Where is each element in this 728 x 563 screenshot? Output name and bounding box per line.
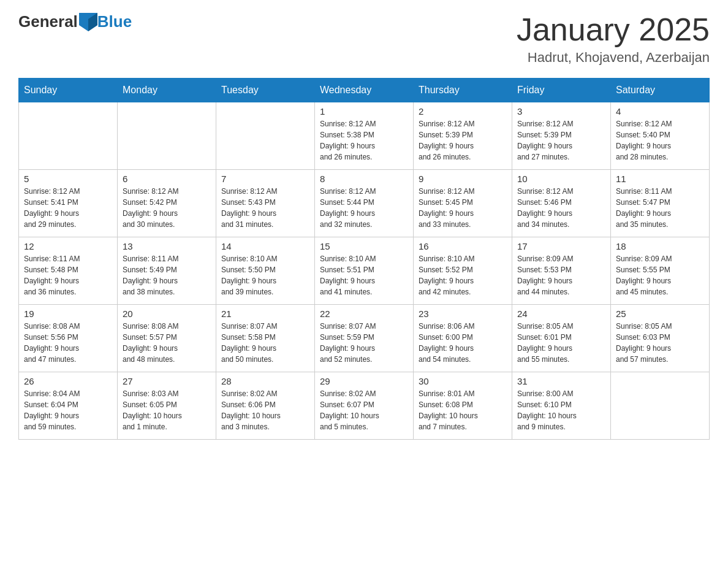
calendar-cell [118, 102, 216, 170]
calendar-title: January 2025 [517, 12, 710, 47]
calendar-cell: 6Sunrise: 8:12 AMSunset: 5:42 PMDaylight… [118, 170, 216, 237]
day-info: Sunrise: 8:09 AMSunset: 5:55 PMDaylight:… [616, 253, 704, 297]
calendar-cell: 5Sunrise: 8:12 AMSunset: 5:41 PMDaylight… [19, 170, 118, 237]
day-info: Sunrise: 8:12 AMSunset: 5:41 PMDaylight:… [24, 186, 112, 230]
day-number: 20 [123, 308, 211, 319]
calendar-cell: 21Sunrise: 8:07 AMSunset: 5:58 PMDayligh… [216, 305, 315, 372]
weekday-header-thursday: Thursday [414, 79, 512, 102]
day-info: Sunrise: 8:08 AMSunset: 5:56 PMDaylight:… [24, 321, 112, 365]
calendar-header-row: SundayMondayTuesdayWednesdayThursdayFrid… [19, 79, 710, 102]
calendar-cell: 15Sunrise: 8:10 AMSunset: 5:51 PMDayligh… [315, 237, 414, 305]
day-number: 24 [517, 308, 605, 319]
day-number: 4 [616, 106, 704, 117]
day-info: Sunrise: 8:06 AMSunset: 6:00 PMDaylight:… [419, 321, 507, 365]
calendar-cell [19, 102, 118, 170]
calendar-week-5: 26Sunrise: 8:04 AMSunset: 6:04 PMDayligh… [19, 372, 710, 440]
day-number: 1 [320, 106, 408, 117]
day-number: 25 [616, 308, 704, 319]
title-area: January 2025 Hadrut, Khojavend, Azerbaij… [517, 12, 710, 66]
weekday-header-tuesday: Tuesday [216, 79, 315, 102]
day-info: Sunrise: 8:12 AMSunset: 5:44 PMDaylight:… [320, 186, 408, 230]
logo-blue: Blue [97, 12, 132, 31]
day-info: Sunrise: 8:01 AMSunset: 6:08 PMDaylight:… [419, 388, 507, 432]
day-number: 14 [221, 241, 309, 251]
day-info: Sunrise: 8:02 AMSunset: 6:07 PMDaylight:… [320, 388, 408, 432]
day-info: Sunrise: 8:05 AMSunset: 6:03 PMDaylight:… [616, 321, 704, 365]
calendar-cell: 14Sunrise: 8:10 AMSunset: 5:50 PMDayligh… [216, 237, 315, 305]
day-number: 31 [517, 376, 605, 386]
calendar-week-2: 5Sunrise: 8:12 AMSunset: 5:41 PMDaylight… [19, 170, 710, 237]
calendar-subtitle: Hadrut, Khojavend, Azerbaijan [517, 50, 710, 66]
calendar-cell: 24Sunrise: 8:05 AMSunset: 6:01 PMDayligh… [512, 305, 611, 372]
weekday-header-saturday: Saturday [611, 79, 710, 102]
calendar-cell: 10Sunrise: 8:12 AMSunset: 5:46 PMDayligh… [512, 170, 611, 237]
day-info: Sunrise: 8:11 AMSunset: 5:48 PMDaylight:… [24, 253, 112, 297]
day-number: 10 [517, 174, 605, 184]
page-header: General Blue January 2025 Hadrut, Khojav… [18, 12, 710, 66]
day-info: Sunrise: 8:08 AMSunset: 5:57 PMDaylight:… [123, 321, 211, 365]
day-number: 22 [320, 308, 408, 319]
calendar-cell: 3Sunrise: 8:12 AMSunset: 5:39 PMDaylight… [512, 102, 611, 170]
day-number: 8 [320, 174, 408, 184]
weekday-header-wednesday: Wednesday [315, 79, 414, 102]
calendar-cell: 18Sunrise: 8:09 AMSunset: 5:55 PMDayligh… [611, 237, 710, 305]
day-info: Sunrise: 8:10 AMSunset: 5:52 PMDaylight:… [419, 253, 507, 297]
day-info: Sunrise: 8:09 AMSunset: 5:53 PMDaylight:… [517, 253, 605, 297]
day-number: 13 [123, 241, 211, 251]
day-info: Sunrise: 8:12 AMSunset: 5:38 PMDaylight:… [320, 118, 408, 163]
day-number: 21 [221, 308, 309, 319]
calendar-cell [216, 102, 315, 170]
day-number: 17 [517, 241, 605, 251]
calendar-table: SundayMondayTuesdayWednesdayThursdayFrid… [18, 78, 710, 440]
weekday-header-friday: Friday [512, 79, 611, 102]
day-number: 30 [419, 376, 507, 386]
day-info: Sunrise: 8:11 AMSunset: 5:47 PMDaylight:… [616, 186, 704, 230]
day-info: Sunrise: 8:02 AMSunset: 6:06 PMDaylight:… [221, 388, 309, 432]
day-number: 27 [123, 376, 211, 386]
calendar-cell [611, 372, 710, 440]
day-number: 29 [320, 376, 408, 386]
day-info: Sunrise: 8:05 AMSunset: 6:01 PMDaylight:… [517, 321, 605, 365]
calendar-cell: 22Sunrise: 8:07 AMSunset: 5:59 PMDayligh… [315, 305, 414, 372]
calendar-cell: 7Sunrise: 8:12 AMSunset: 5:43 PMDaylight… [216, 170, 315, 237]
logo: General Blue [18, 12, 132, 31]
day-number: 9 [419, 174, 507, 184]
calendar-cell: 27Sunrise: 8:03 AMSunset: 6:05 PMDayligh… [118, 372, 216, 440]
day-number: 26 [24, 376, 112, 386]
logo-general: General [18, 12, 78, 31]
day-info: Sunrise: 8:04 AMSunset: 6:04 PMDaylight:… [24, 388, 112, 432]
day-number: 15 [320, 241, 408, 251]
calendar-cell: 11Sunrise: 8:11 AMSunset: 5:47 PMDayligh… [611, 170, 710, 237]
calendar-cell: 20Sunrise: 8:08 AMSunset: 5:57 PMDayligh… [118, 305, 216, 372]
day-number: 19 [24, 308, 112, 319]
calendar-cell: 8Sunrise: 8:12 AMSunset: 5:44 PMDaylight… [315, 170, 414, 237]
calendar-cell: 19Sunrise: 8:08 AMSunset: 5:56 PMDayligh… [19, 305, 118, 372]
logo-icon [79, 13, 97, 31]
day-info: Sunrise: 8:12 AMSunset: 5:43 PMDaylight:… [221, 186, 309, 230]
calendar-cell: 2Sunrise: 8:12 AMSunset: 5:39 PMDaylight… [414, 102, 512, 170]
calendar-week-3: 12Sunrise: 8:11 AMSunset: 5:48 PMDayligh… [19, 237, 710, 305]
day-number: 11 [616, 174, 704, 184]
day-info: Sunrise: 8:00 AMSunset: 6:10 PMDaylight:… [517, 388, 605, 432]
calendar-cell: 31Sunrise: 8:00 AMSunset: 6:10 PMDayligh… [512, 372, 611, 440]
day-info: Sunrise: 8:10 AMSunset: 5:51 PMDaylight:… [320, 253, 408, 297]
calendar-cell: 13Sunrise: 8:11 AMSunset: 5:49 PMDayligh… [118, 237, 216, 305]
calendar-cell: 9Sunrise: 8:12 AMSunset: 5:45 PMDaylight… [414, 170, 512, 237]
calendar-cell: 28Sunrise: 8:02 AMSunset: 6:06 PMDayligh… [216, 372, 315, 440]
weekday-header-sunday: Sunday [19, 79, 118, 102]
day-number: 23 [419, 308, 507, 319]
calendar-cell: 1Sunrise: 8:12 AMSunset: 5:38 PMDaylight… [315, 102, 414, 170]
day-info: Sunrise: 8:07 AMSunset: 5:58 PMDaylight:… [221, 321, 309, 365]
day-number: 28 [221, 376, 309, 386]
calendar-cell: 30Sunrise: 8:01 AMSunset: 6:08 PMDayligh… [414, 372, 512, 440]
calendar-cell: 17Sunrise: 8:09 AMSunset: 5:53 PMDayligh… [512, 237, 611, 305]
day-info: Sunrise: 8:12 AMSunset: 5:42 PMDaylight:… [123, 186, 211, 230]
day-info: Sunrise: 8:03 AMSunset: 6:05 PMDaylight:… [123, 388, 211, 432]
day-number: 3 [517, 106, 605, 117]
day-info: Sunrise: 8:12 AMSunset: 5:39 PMDaylight:… [517, 118, 605, 163]
calendar-cell: 25Sunrise: 8:05 AMSunset: 6:03 PMDayligh… [611, 305, 710, 372]
weekday-header-monday: Monday [118, 79, 216, 102]
day-number: 6 [123, 174, 211, 184]
day-info: Sunrise: 8:12 AMSunset: 5:46 PMDaylight:… [517, 186, 605, 230]
calendar-week-4: 19Sunrise: 8:08 AMSunset: 5:56 PMDayligh… [19, 305, 710, 372]
